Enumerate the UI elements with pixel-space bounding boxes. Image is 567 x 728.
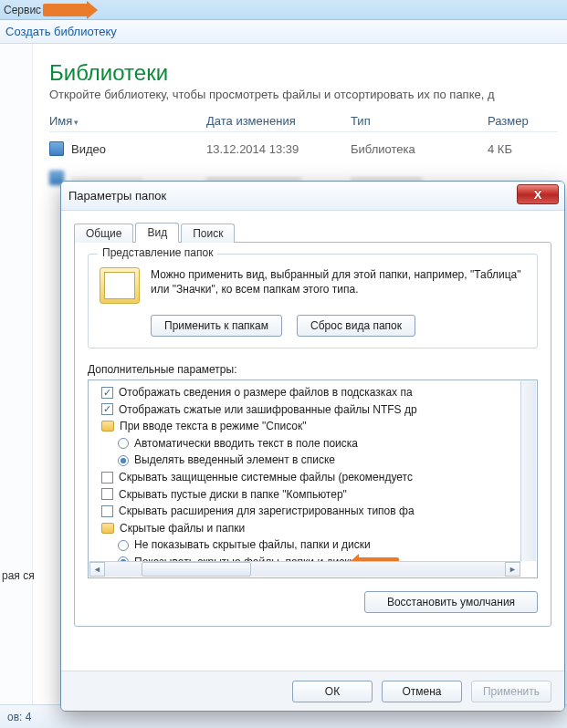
- dialog-button-row: ОК Отмена Применить: [61, 671, 564, 711]
- apply-button[interactable]: Применить: [471, 681, 551, 702]
- opt-label: Выделять введенный элемент в списке: [134, 452, 335, 469]
- location-subtitle: Откройте библиотеку, чтобы просмотреть ф…: [49, 88, 558, 101]
- folder-icon: [101, 523, 114, 534]
- menu-bar[interactable]: Сервис: [0, 0, 567, 20]
- dialog-title: Параметры папок: [68, 189, 166, 203]
- opt-label: Автоматически вводить текст в поле поиск…: [134, 435, 358, 452]
- item-name: Видео: [71, 142, 106, 156]
- folder-views-icon: [100, 267, 140, 304]
- cancel-button[interactable]: Отмена: [382, 681, 462, 702]
- restore-defaults-button[interactable]: Восстановить умолчания: [364, 591, 538, 613]
- column-headers[interactable]: Имя▾ Дата изменения Тип Размер: [49, 114, 558, 132]
- nav-pane[interactable]: [0, 44, 33, 704]
- col-name[interactable]: Имя▾: [49, 114, 206, 128]
- folder-view-group: Представление папок Можно применить вид,…: [88, 254, 538, 348]
- col-size[interactable]: Размер: [488, 114, 558, 128]
- opt-label: Скрывать пустые диски в папке "Компьютер…: [119, 486, 347, 504]
- item-size: 4 КБ: [488, 142, 558, 156]
- opt-label: Отображать сжатые или зашифрованные файл…: [119, 401, 417, 419]
- radio[interactable]: [118, 438, 129, 449]
- checkbox[interactable]: [101, 505, 113, 517]
- col-type[interactable]: Тип: [351, 114, 488, 128]
- vertical-scrollbar[interactable]: [520, 381, 536, 561]
- command-bar[interactable]: Создать библиотеку: [0, 20, 567, 44]
- opt-label: Не показывать скрытые файлы, папки и дис…: [134, 536, 371, 554]
- opt-label: Отображать сведения о размере файлов в п…: [119, 384, 413, 401]
- checkbox[interactable]: [101, 403, 113, 415]
- tab-view[interactable]: Вид: [135, 223, 179, 243]
- ok-button[interactable]: ОК: [292, 681, 373, 702]
- checkbox[interactable]: [101, 472, 113, 484]
- horizontal-scrollbar[interactable]: ◄ ►: [89, 561, 520, 577]
- reset-folders-button[interactable]: Сброс вида папок: [297, 315, 415, 337]
- library-video-icon: [49, 141, 64, 156]
- folder-options-dialog: Параметры папок X Общие Вид Поиск Предст…: [60, 181, 565, 712]
- tab-search[interactable]: Поиск: [181, 224, 235, 243]
- checkbox[interactable]: [101, 387, 113, 399]
- opt-group-label: При вводе текста в режиме "Список": [120, 418, 307, 435]
- tab-panel-view: Представление папок Можно применить вид,…: [74, 242, 551, 627]
- close-button[interactable]: X: [517, 184, 559, 204]
- scroll-thumb[interactable]: [142, 562, 251, 577]
- dialog-titlebar[interactable]: Параметры папок X: [61, 182, 564, 211]
- item-type: Библиотека: [351, 142, 488, 156]
- tab-strip: Общие Вид Поиск: [74, 220, 551, 242]
- item-date: 13.12.2014 13:39: [206, 142, 351, 156]
- scroll-right-button[interactable]: ►: [505, 562, 520, 577]
- group-legend: Представление папок: [98, 246, 217, 259]
- location-title: Библиотеки: [49, 60, 558, 86]
- cmd-create-library[interactable]: Создать библиотеку: [5, 25, 117, 38]
- apply-to-folders-button[interactable]: Применить к папкам: [151, 315, 282, 337]
- tab-general[interactable]: Общие: [74, 224, 133, 243]
- group-description: Можно применить вид, выбранный для этой …: [151, 267, 526, 304]
- opt-group-label: Скрытые файлы и папки: [120, 520, 245, 537]
- checkbox[interactable]: [101, 488, 113, 500]
- opt-label: Скрывать расширения для зарегистрированн…: [119, 503, 415, 520]
- radio[interactable]: [118, 455, 129, 466]
- opt-label: Скрывать защищенные системные файлы (рек…: [119, 469, 413, 486]
- advanced-settings-label: Дополнительные параметры:: [88, 363, 538, 376]
- scroll-left-button[interactable]: ◄: [89, 562, 105, 577]
- close-icon: X: [534, 188, 542, 202]
- advanced-settings-list[interactable]: Отображать сведения о размере файлов в п…: [88, 380, 538, 578]
- annotation-arrow-top: [43, 4, 89, 16]
- sidebar-fragment: рая ся: [2, 569, 35, 582]
- col-date[interactable]: Дата изменения: [206, 114, 351, 128]
- list-item[interactable]: Видео 13.12.2014 13:39 Библиотека 4 КБ: [49, 132, 558, 161]
- folder-icon: [101, 421, 114, 432]
- radio[interactable]: [118, 540, 129, 551]
- menu-service[interactable]: Сервис: [4, 4, 41, 16]
- status-count: ов: 4: [7, 711, 31, 723]
